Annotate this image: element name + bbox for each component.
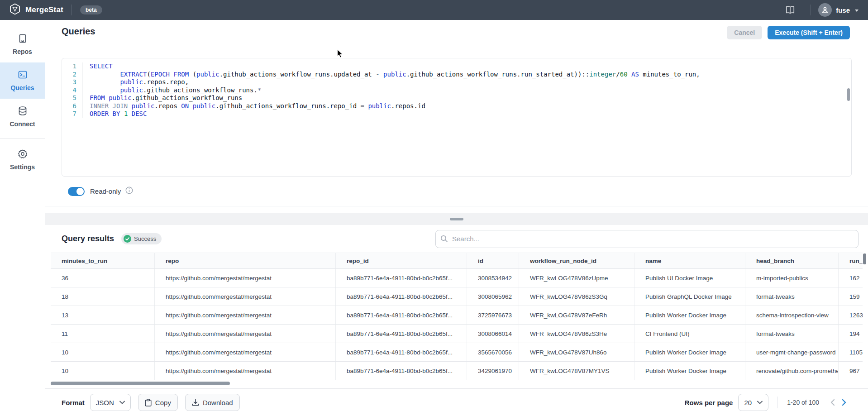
table-cell: renovate/github.com-prometheus-clie...	[745, 362, 839, 380]
table-cell: ba89b771-6e4a-4911-80bd-b0c2b65f...	[336, 362, 467, 380]
sidebar: ReposQueriesConnectSettings	[0, 20, 45, 416]
table-cell: 13	[51, 306, 155, 324]
code-text: public.github_actions_workflow_runs.*	[83, 86, 261, 95]
table-cell: 1263	[839, 306, 863, 324]
table-hscrollbar-thumb[interactable]	[51, 382, 230, 385]
table-cell: format-tweaks	[745, 325, 839, 343]
table-cell: Publish Worker Docker Image	[634, 362, 745, 380]
table-cell: 36	[51, 269, 155, 287]
chevron-left-icon	[830, 399, 835, 406]
cancel-button[interactable]: Cancel	[727, 26, 762, 39]
format-select[interactable]: JSON	[90, 394, 131, 411]
table-cell: WFR_kwLOG478V86zS3He	[519, 325, 634, 343]
user-menu[interactable]: fuse	[818, 3, 859, 17]
table-cell: CI Frontend (UI)	[634, 325, 745, 343]
search-input[interactable]	[435, 230, 858, 248]
sidebar-item-settings[interactable]: Settings	[0, 142, 45, 178]
table-cell: WFR_kwLOG478V86zS3Gq	[519, 287, 634, 306]
column-header-run_[interactable]: run_	[839, 253, 863, 268]
code-text: INNER JOIN public.repos ON public.github…	[83, 102, 425, 110]
rows-per-page-label: Rows per page	[685, 399, 733, 406]
table-hscrollbar	[45, 381, 868, 386]
table-cell: Publish UI Docker Image	[634, 269, 745, 287]
table-cell: ba89b771-6e4a-4911-80bd-b0c2b65f...	[336, 325, 467, 343]
table-cell: 3565670056	[467, 343, 519, 361]
sidebar-divider	[0, 138, 45, 139]
code-line-5[interactable]: 5FROM public.github_actions_workflow_run…	[62, 94, 851, 102]
table-cell: 1105	[839, 343, 863, 361]
sidebar-item-label: Settings	[10, 163, 35, 171]
column-header-head_branch[interactable]: head_branch	[745, 253, 839, 268]
code-line-6[interactable]: 6INNER JOIN public.repos ON public.githu…	[62, 102, 851, 110]
table-cell: https://github.com/mergestat/mergestat	[155, 343, 336, 361]
avatar	[818, 3, 832, 17]
code-line-7[interactable]: 7ORDER BY 1 DESC	[62, 110, 851, 118]
results-title: Query results	[62, 234, 114, 244]
readonly-label: Read-only	[90, 187, 121, 195]
sidebar-item-label: Repos	[13, 48, 32, 55]
code-line-4[interactable]: 4 public.github_actions_workflow_runs.*	[62, 86, 851, 95]
clipboard-icon	[145, 399, 152, 406]
code-text: FROM public.github_actions_workflow_runs	[83, 94, 242, 102]
table-cell: 10	[51, 362, 155, 380]
sidebar-item-repos[interactable]: Repos	[0, 26, 45, 62]
sidebar-item-label: Connect	[10, 120, 35, 128]
resize-strip	[45, 213, 868, 225]
next-page-button[interactable]	[838, 397, 850, 408]
column-header-repo[interactable]: repo	[155, 253, 336, 268]
results-footer: Format JSON Copy Download Row	[45, 388, 868, 416]
table-cell: 162	[839, 269, 863, 287]
status-badge-label: Success	[134, 235, 156, 242]
rows-per-page-select[interactable]: 20	[738, 394, 768, 411]
resize-handle[interactable]	[450, 218, 463, 220]
readonly-row: Read-only	[45, 177, 868, 206]
code-line-1[interactable]: 1SELECT	[62, 62, 851, 71]
column-header-workflow_run_node_id[interactable]: workflow_run_node_id	[519, 253, 634, 268]
docs-icon[interactable]	[784, 4, 796, 16]
repo-icon	[18, 33, 28, 45]
chevron-right-icon	[842, 399, 847, 406]
line-number: 6	[62, 102, 83, 110]
copy-button[interactable]: Copy	[138, 394, 178, 411]
readonly-toggle[interactable]	[68, 187, 85, 196]
username: fuse	[836, 6, 850, 14]
table-header-row: minutes_to_runreporepo_ididworkflow_run_…	[51, 253, 863, 269]
table-cell: https://github.com/mergestat/mergestat	[155, 287, 336, 306]
brand[interactable]: MergeStat	[9, 3, 63, 17]
table-row[interactable]: 18https://github.com/mergestat/mergestat…	[51, 287, 863, 306]
download-button[interactable]: Download	[185, 394, 240, 411]
table-cell: ba89b771-6e4a-4911-80bd-b0c2b65f...	[336, 287, 467, 306]
table-row[interactable]: 11https://github.com/mergestat/mergestat…	[51, 325, 863, 343]
format-label: Format	[62, 399, 85, 406]
table-vscrollbar-thumb[interactable]	[863, 253, 866, 264]
table-cell: Publish GraphQL Docker Image	[634, 287, 745, 306]
code-text: SELECT	[83, 62, 113, 71]
page-title: Queries	[62, 26, 95, 37]
table-cell: https://github.com/mergestat/mergestat	[155, 269, 336, 287]
column-header-minutes_to_run[interactable]: minutes_to_run	[51, 253, 155, 268]
editor-scrollbar[interactable]	[847, 88, 850, 101]
table-cell: 967	[839, 362, 863, 380]
table-row[interactable]: 36https://github.com/mergestat/mergestat…	[51, 269, 863, 287]
table-cell: 159	[839, 287, 863, 306]
gear-icon	[18, 149, 28, 160]
table-cell: format-tweaks	[745, 287, 839, 306]
footer-divider	[777, 397, 778, 408]
table-cell: ba89b771-6e4a-4911-80bd-b0c2b65f...	[336, 306, 467, 324]
sql-editor[interactable]: 1SELECT2 EXTRACT(EPOCH FROM (public.gith…	[62, 58, 852, 177]
download-icon	[192, 399, 199, 406]
execute-button[interactable]: Execute (Shift + Enter)	[768, 26, 850, 39]
sidebar-item-queries[interactable]: Queries	[0, 62, 45, 99]
table-row[interactable]: 10https://github.com/mergestat/mergestat…	[51, 343, 863, 362]
column-header-repo_id[interactable]: repo_id	[336, 253, 467, 268]
column-header-name[interactable]: name	[634, 253, 745, 268]
table-row[interactable]: 10https://github.com/mergestat/mergestat…	[51, 362, 863, 380]
sidebar-item-connect[interactable]: Connect	[0, 99, 45, 135]
code-line-2[interactable]: 2 EXTRACT(EPOCH FROM (public.github_acti…	[62, 71, 851, 79]
table-row[interactable]: 13https://github.com/mergestat/mergestat…	[51, 306, 863, 325]
format-select-value: JSON	[96, 399, 114, 406]
code-line-3[interactable]: 3 public.repos.repo,	[62, 78, 851, 86]
pagination-range: 1-20 of 100	[787, 399, 819, 406]
prev-page-button[interactable]	[826, 397, 838, 408]
column-header-id[interactable]: id	[467, 253, 519, 268]
